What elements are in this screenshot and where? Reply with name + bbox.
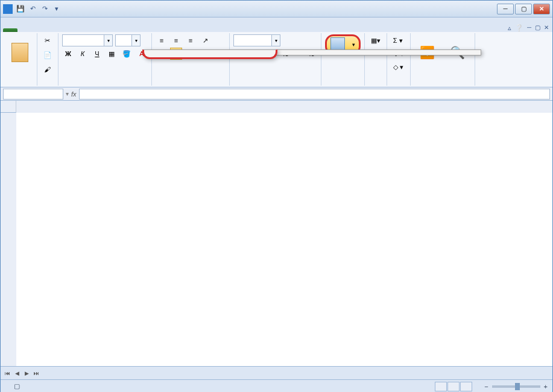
- doc-minimize-icon[interactable]: ─: [527, 24, 531, 32]
- row-headers: [1, 113, 16, 366]
- format-painter-icon[interactable]: 🖌: [41, 63, 53, 75]
- status-bar: ▢ − +: [1, 379, 552, 392]
- quick-access-toolbar: 💾 ↶ ↷ ▾: [15, 4, 62, 14]
- ribbon-minimize-icon[interactable]: ▵: [508, 24, 511, 32]
- undo-icon[interactable]: ↶: [27, 4, 38, 14]
- maximize-button[interactable]: ▢: [515, 4, 532, 14]
- formula-bar[interactable]: [79, 89, 550, 100]
- qat-more-icon[interactable]: ▾: [51, 4, 62, 14]
- font-group-label: [62, 83, 148, 86]
- ribbon-tabs: ▵ ❔ ─ ▢ ✕: [1, 17, 552, 32]
- name-box[interactable]: [3, 89, 63, 100]
- sheet-nav-prev-icon[interactable]: ◀: [13, 369, 21, 378]
- column-headers: [1, 101, 552, 113]
- sheet-tabs-bar: ⏮ ◀ ▶ ⏭: [1, 366, 552, 379]
- app-icon: [3, 4, 13, 14]
- orientation-button[interactable]: ↗: [199, 34, 211, 46]
- paste-button[interactable]: [7, 34, 33, 71]
- save-icon[interactable]: 💾: [15, 4, 26, 14]
- normal-view-button[interactable]: [435, 382, 447, 391]
- formula-bar-row: ▾ fx: [1, 87, 552, 101]
- align-bottom-button[interactable]: ≡: [185, 34, 197, 46]
- titlebar: 💾 ↶ ↷ ▾ ─ ▢ ✕: [1, 1, 552, 17]
- doc-restore-icon[interactable]: ▢: [535, 24, 540, 32]
- zoom-slider[interactable]: [492, 385, 540, 388]
- copy-icon[interactable]: 📄: [41, 49, 54, 61]
- help-icon[interactable]: ❔: [515, 24, 523, 32]
- editing-group-label: [414, 83, 471, 86]
- clear-button[interactable]: ◇ ▾: [391, 61, 406, 73]
- fx-icon[interactable]: fx: [71, 90, 77, 98]
- cut-icon[interactable]: ✂: [41, 34, 53, 46]
- font-size-combo[interactable]: ▾: [115, 34, 141, 46]
- autosum-button[interactable]: Σ ▾: [391, 34, 405, 46]
- bold-button[interactable]: Ж: [62, 48, 74, 60]
- close-button[interactable]: ✕: [533, 4, 550, 14]
- border-button[interactable]: ▦: [106, 48, 118, 60]
- minimize-button[interactable]: ─: [497, 4, 514, 14]
- ribbon: ✂ 📄 🖌 ▾ ▾ Ж К Ч ▦ 🪣 A: [1, 32, 552, 87]
- align-top-button[interactable]: ≡: [156, 34, 168, 46]
- doc-close-icon[interactable]: ✕: [544, 24, 549, 32]
- page-break-view-button[interactable]: [460, 382, 472, 391]
- fill-color-button[interactable]: 🪣: [120, 48, 133, 60]
- page-layout-view-button[interactable]: [447, 382, 460, 391]
- number-format-combo[interactable]: ▾: [233, 34, 280, 46]
- sheet-nav-next-icon[interactable]: ▶: [22, 369, 31, 378]
- macro-record-icon[interactable]: ▢: [14, 382, 20, 390]
- zoom-in-button[interactable]: +: [544, 383, 548, 390]
- conditional-formatting-menu: [276, 49, 481, 55]
- clipboard-group-label: [7, 83, 33, 86]
- sheet-nav-last-icon[interactable]: ⏭: [32, 369, 40, 378]
- sheet-nav-first-icon[interactable]: ⏮: [3, 369, 11, 378]
- align-middle-button[interactable]: ≡: [170, 34, 182, 46]
- insert-cells-button[interactable]: ▦ ▾: [368, 34, 383, 46]
- italic-button[interactable]: К: [77, 48, 89, 60]
- file-tab[interactable]: [3, 28, 17, 32]
- underline-button[interactable]: Ч: [91, 48, 103, 60]
- font-name-combo[interactable]: ▾: [62, 34, 113, 46]
- redo-icon[interactable]: ↷: [39, 4, 50, 14]
- highlight-cells-submenu: [142, 49, 277, 59]
- zoom-out-button[interactable]: −: [484, 383, 488, 390]
- spreadsheet-cells[interactable]: [16, 113, 552, 366]
- select-all-cell[interactable]: [1, 101, 16, 113]
